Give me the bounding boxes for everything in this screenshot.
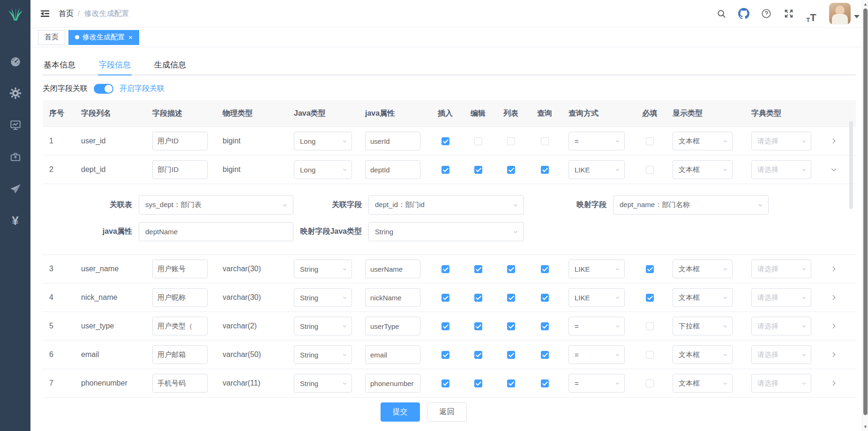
query-way-select[interactable]: = xyxy=(569,345,625,364)
display-type-select[interactable]: 文本框 xyxy=(673,260,733,278)
display-type-select[interactable]: 文本框 xyxy=(673,374,733,393)
query-way-select[interactable]: LIKE xyxy=(569,260,625,278)
list-checkbox[interactable] xyxy=(507,294,515,302)
java-type-select[interactable]: Long xyxy=(294,132,352,150)
query-checkbox[interactable] xyxy=(541,137,549,145)
dict-type-select[interactable]: 请选择 xyxy=(751,260,811,278)
avatar[interactable] xyxy=(829,3,851,24)
required-checkbox[interactable] xyxy=(646,137,654,145)
breadcrumb-home[interactable]: 首页 xyxy=(59,9,74,19)
dict-type-select[interactable]: 请选择 xyxy=(751,288,811,307)
row-expand-toggle[interactable] xyxy=(823,166,844,173)
field-desc-input[interactable]: 用户邮箱 xyxy=(152,345,208,364)
query-checkbox[interactable] xyxy=(541,265,549,273)
display-type-select[interactable]: 下拉框 xyxy=(673,317,733,335)
sidebar-fold-icon[interactable] xyxy=(37,6,53,22)
query-checkbox[interactable] xyxy=(541,294,549,302)
query-checkbox[interactable] xyxy=(541,351,549,359)
row-expand-toggle[interactable] xyxy=(823,351,844,358)
dict-type-select[interactable]: 请选择 xyxy=(751,132,811,150)
required-checkbox[interactable] xyxy=(646,166,654,174)
field-desc-input[interactable]: 用户ID xyxy=(152,132,208,150)
tab-basic-info[interactable]: 基本信息 xyxy=(43,55,76,74)
tag-home[interactable]: 首页 xyxy=(38,30,65,45)
user-menu[interactable] xyxy=(829,3,860,24)
page-scrollbar[interactable]: ▲ ▼ xyxy=(862,0,868,431)
map-java-type-select[interactable]: String xyxy=(368,222,524,241)
rel-table-select[interactable]: sys_dept：部门表 xyxy=(139,195,293,215)
display-type-select[interactable]: 文本框 xyxy=(673,288,733,307)
rel-field-select[interactable]: dept_id：部门id xyxy=(368,195,524,215)
insert-checkbox[interactable] xyxy=(441,265,449,273)
query-way-select[interactable]: LIKE xyxy=(569,288,625,307)
insert-checkbox[interactable] xyxy=(441,379,449,387)
java-type-select[interactable]: String xyxy=(294,288,352,307)
tag-active-page[interactable]: 修改生成配置 × xyxy=(68,30,139,45)
field-desc-input[interactable]: 用户类型（ xyxy=(152,317,208,335)
tab-field-info[interactable]: 字段信息 xyxy=(98,55,132,74)
java-attr-input[interactable]: userId xyxy=(365,132,420,150)
list-checkbox[interactable] xyxy=(507,166,515,174)
dict-type-select[interactable]: 请选择 xyxy=(751,317,811,335)
sidebar-item-system[interactable] xyxy=(0,77,30,109)
scroll-up-icon[interactable]: ▲ xyxy=(862,1,868,7)
dict-type-select[interactable]: 请选择 xyxy=(751,345,811,364)
field-desc-input[interactable]: 手机号码 xyxy=(152,374,208,393)
java-attr-input[interactable]: deptId xyxy=(365,160,420,179)
insert-checkbox[interactable] xyxy=(441,137,449,145)
list-checkbox[interactable] xyxy=(507,379,515,387)
edit-checkbox[interactable] xyxy=(474,294,482,302)
edit-checkbox[interactable] xyxy=(474,137,482,145)
sidebar-item-pay[interactable]: ¥ xyxy=(0,205,30,237)
dict-type-select[interactable]: 请选择 xyxy=(751,160,811,179)
java-type-select[interactable]: String xyxy=(294,374,352,393)
insert-checkbox[interactable] xyxy=(441,351,449,359)
back-button[interactable]: 返回 xyxy=(427,402,467,422)
query-way-select[interactable]: = xyxy=(569,374,625,393)
field-relation-switch[interactable] xyxy=(94,84,113,94)
search-icon[interactable] xyxy=(712,4,731,23)
row-expand-toggle[interactable] xyxy=(823,137,844,145)
insert-checkbox[interactable] xyxy=(441,294,449,302)
required-checkbox[interactable] xyxy=(646,294,654,302)
close-icon[interactable]: × xyxy=(128,33,133,41)
row-expand-toggle[interactable] xyxy=(823,322,844,330)
query-checkbox[interactable] xyxy=(541,322,549,330)
java-attr-input[interactable]: nickName xyxy=(365,288,420,307)
query-way-select[interactable]: = xyxy=(569,317,625,335)
row-expand-toggle[interactable] xyxy=(823,265,844,273)
dict-type-select[interactable]: 请选择 xyxy=(751,374,811,393)
java-type-select[interactable]: String xyxy=(294,260,352,278)
field-desc-input[interactable]: 部门ID xyxy=(152,160,208,179)
edit-checkbox[interactable] xyxy=(474,265,482,273)
submit-button[interactable]: 提交 xyxy=(381,402,420,422)
list-checkbox[interactable] xyxy=(507,322,515,330)
font-size-icon[interactable]: TT xyxy=(802,4,821,23)
map-field-select[interactable]: dept_name：部门名称 xyxy=(613,195,769,215)
required-checkbox[interactable] xyxy=(646,265,654,273)
list-checkbox[interactable] xyxy=(507,265,515,273)
sidebar-item-monitor[interactable] xyxy=(0,109,30,141)
java-type-select[interactable]: String xyxy=(294,317,352,335)
edit-checkbox[interactable] xyxy=(474,166,482,174)
table-scrollbar-thumb[interactable] xyxy=(849,121,853,209)
sidebar-item-tool[interactable] xyxy=(0,141,30,173)
query-way-select[interactable]: LIKE xyxy=(569,160,625,179)
insert-checkbox[interactable] xyxy=(441,166,449,174)
field-desc-input[interactable]: 用户昵称 xyxy=(152,288,208,307)
list-checkbox[interactable] xyxy=(507,137,515,145)
row-expand-toggle[interactable] xyxy=(823,294,844,301)
java-attr-input[interactable]: userName xyxy=(365,260,420,278)
required-checkbox[interactable] xyxy=(646,351,654,359)
java-type-select[interactable]: Long xyxy=(294,160,352,179)
fullscreen-icon[interactable] xyxy=(779,4,798,23)
java-attr-input[interactable]: email xyxy=(365,345,420,364)
field-desc-input[interactable]: 用户账号 xyxy=(152,260,208,278)
query-checkbox[interactable] xyxy=(541,379,549,387)
scroll-down-icon[interactable]: ▼ xyxy=(862,424,868,430)
display-type-select[interactable]: 文本框 xyxy=(673,160,733,179)
java-attr-input[interactable]: phonenumber xyxy=(365,374,420,393)
edit-checkbox[interactable] xyxy=(474,322,482,330)
display-type-select[interactable]: 文本框 xyxy=(673,132,733,150)
edit-checkbox[interactable] xyxy=(474,379,482,387)
